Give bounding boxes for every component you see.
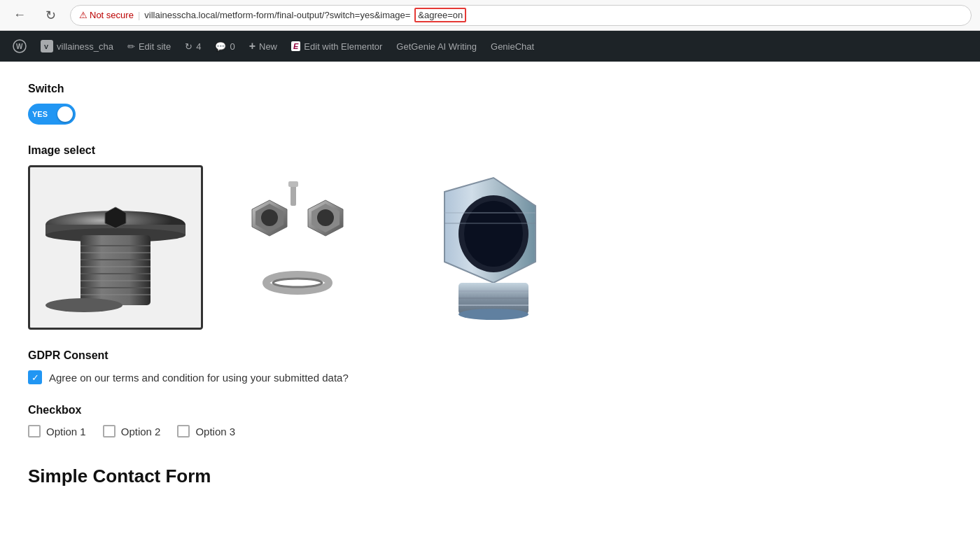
switch-label: Switch	[28, 83, 602, 95]
svg-point-17	[46, 298, 122, 312]
edit-elementor-item[interactable]: E Edit with Elementor	[284, 31, 389, 62]
checkbox-label-1: Option 1	[46, 426, 86, 438]
not-secure-indicator: ⚠ Not secure	[79, 10, 134, 20]
checkbox-field: Checkbox Option 1 Option 2 Option 3	[28, 404, 602, 438]
checkbox-group: Option 1 Option 2 Option 3	[28, 425, 602, 438]
wp-admin-bar: W V villainess_cha ✏ Edit site ↻ 4 💬 0 +…	[0, 31, 980, 62]
image-select-label: Image select	[28, 144, 602, 157]
svg-point-38	[458, 309, 528, 320]
svg-point-30	[464, 201, 523, 267]
toggle-switch[interactable]: YES	[28, 104, 76, 125]
comments-item[interactable]: 💬 0	[208, 31, 241, 62]
image-option-2[interactable]	[217, 165, 371, 330]
gdpr-field: GDPR Consent ✓ Agree on our terms and co…	[28, 349, 602, 384]
svg-point-20	[261, 209, 278, 226]
image-select-field: Image select	[28, 144, 602, 330]
toggle-value: YES	[32, 110, 48, 118]
main-content: Switch YES Image select	[0, 62, 630, 508]
address-bar: ← ↻ ⚠ Not secure | villainesscha.local/m…	[0, 0, 980, 31]
edit-icon: ✏	[127, 41, 135, 52]
site-name-label: villainess_cha	[57, 41, 113, 52]
svg-point-23	[317, 209, 334, 226]
gdpr-text: Agree on our terms and condition for usi…	[49, 372, 349, 384]
image-2-svg	[220, 171, 368, 325]
checkbox-label: Checkbox	[28, 404, 602, 416]
checkbox-option-1[interactable]: Option 1	[28, 425, 86, 438]
page-title: Simple Contact Form	[28, 465, 602, 487]
svg-point-26	[266, 274, 329, 291]
site-icon: V	[41, 40, 53, 52]
url-main: villainesscha.local/metform-form/final-o…	[144, 10, 410, 20]
switch-field: Switch YES	[28, 83, 602, 125]
get-genie-item[interactable]: GetGenie AI Writing	[389, 31, 484, 62]
image-option-3[interactable]	[385, 165, 574, 330]
checkbox-box-1[interactable]	[28, 425, 41, 438]
url-bar[interactable]: ⚠ Not secure | villainesscha.local/metfo…	[70, 5, 972, 26]
toggle-knob	[57, 106, 73, 122]
elementor-icon: E	[291, 41, 300, 51]
genie-chat-item[interactable]: GenieChat	[484, 31, 541, 62]
svg-rect-25	[288, 181, 298, 187]
image-select-grid	[28, 165, 602, 330]
image-option-1[interactable]	[28, 165, 203, 330]
back-button[interactable]: ←	[8, 4, 31, 27]
svg-marker-16	[105, 207, 126, 228]
comment-icon: 💬	[215, 41, 226, 52]
checkbox-option-3[interactable]: Option 3	[177, 425, 235, 438]
warning-icon: ⚠	[79, 10, 88, 20]
sync-icon: ↻	[185, 41, 192, 52]
svg-point-27	[273, 279, 322, 287]
wp-logo[interactable]: W	[6, 31, 34, 62]
plus-icon: +	[249, 40, 255, 52]
new-item[interactable]: + New	[242, 31, 284, 62]
image-1-svg	[31, 169, 200, 326]
image-3-svg	[388, 171, 570, 325]
url-separator: |	[138, 10, 140, 20]
gdpr-consent-row: ✓ Agree on our terms and condition for u…	[28, 370, 602, 384]
gdpr-checkbox[interactable]: ✓	[28, 370, 42, 384]
url-highlight: &agree=on	[414, 8, 466, 22]
edit-site-item[interactable]: ✏ Edit site	[120, 31, 178, 62]
svg-text:W: W	[16, 43, 23, 50]
checkbox-label-3: Option 3	[195, 426, 235, 438]
checkbox-label-2: Option 2	[121, 426, 161, 438]
checkbox-box-3[interactable]	[177, 425, 190, 438]
updates-item[interactable]: ↻ 4	[178, 31, 208, 62]
site-name-item[interactable]: V villainess_cha	[34, 31, 120, 62]
svg-text:V: V	[44, 43, 48, 50]
svg-rect-24	[290, 185, 296, 206]
checkbox-box-2[interactable]	[103, 425, 115, 438]
refresh-button[interactable]: ↻	[39, 4, 62, 27]
checkbox-option-2[interactable]: Option 2	[103, 425, 161, 438]
gdpr-label: GDPR Consent	[28, 349, 602, 362]
